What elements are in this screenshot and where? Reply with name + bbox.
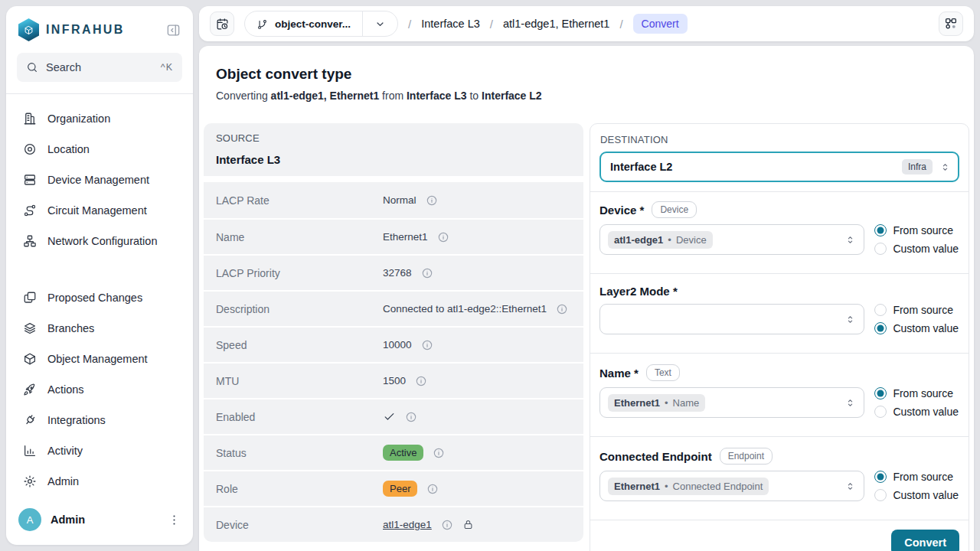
- breadcrumb-interface-l3[interactable]: Interface L3: [421, 18, 480, 30]
- destination-type-select[interactable]: Interface L2 Infra: [599, 152, 959, 182]
- info-icon[interactable]: [415, 375, 427, 387]
- role-badge: Peer: [383, 481, 417, 497]
- sidebar-nav-group-2: Proposed Changes Branches Object Managem…: [17, 282, 182, 497]
- sidebar-item-device-management[interactable]: Device Management: [17, 165, 182, 195]
- page-subtitle: Converting atl1-edge1, Ethernet1 from In…: [216, 90, 974, 102]
- radio-from-source[interactable]: From source: [874, 224, 959, 236]
- field-connected-endpoint: Connected Endpoint Endpoint Ethernet1•Co…: [590, 436, 969, 520]
- sidebar-item-integrations[interactable]: Integrations: [17, 405, 182, 435]
- radio-from-source[interactable]: From source: [874, 471, 959, 483]
- brand-name: INFRAHUB: [46, 23, 159, 37]
- radio-custom-value[interactable]: Custom value: [874, 406, 959, 418]
- name-select[interactable]: Ethernet1•Name: [599, 387, 864, 418]
- selected-value-chip: Ethernet1•Name: [608, 394, 705, 412]
- sidebar-item-object-management[interactable]: Object Management: [17, 344, 182, 374]
- radio-icon: [874, 471, 887, 483]
- sidebar-item-activity[interactable]: Activity: [17, 435, 182, 466]
- field-kind-badge: Text: [646, 364, 680, 381]
- row-value: Ethernet1: [383, 231, 428, 243]
- source-row-speed: Speed 10000: [204, 326, 583, 362]
- device-link[interactable]: atl1-edge1: [383, 519, 432, 530]
- radio-icon: [874, 489, 887, 501]
- field-label: Layer2 Mode *: [599, 285, 678, 298]
- building-icon: [23, 112, 37, 126]
- info-icon[interactable]: [426, 483, 439, 495]
- field-name: Name * Text Ethernet1•Name From source C…: [590, 353, 969, 436]
- radio-icon: [874, 224, 887, 236]
- brand: INFRAHUB: [17, 18, 182, 41]
- field-label: Device *: [599, 204, 644, 217]
- sidebar-item-label: Actions: [47, 383, 84, 396]
- search-input[interactable]: Search ^K: [17, 53, 182, 82]
- device-select[interactable]: atl1-edge1•Device: [599, 224, 864, 255]
- radio-from-source[interactable]: From source: [874, 304, 959, 316]
- radio-custom-value[interactable]: Custom value: [874, 243, 959, 255]
- source-row-enabled: Enabled: [204, 398, 583, 434]
- row-label: Role: [216, 483, 383, 495]
- source-type: Interface L3: [216, 153, 571, 166]
- kebab-menu-icon[interactable]: [168, 514, 181, 527]
- radio-from-source[interactable]: From source: [874, 387, 959, 399]
- sidebar-item-circuit-management[interactable]: Circuit Management: [17, 195, 182, 226]
- subtitle-to-type: Interface L2: [482, 90, 542, 102]
- sidebar-collapse-icon[interactable]: [166, 23, 181, 37]
- layer2-mode-select[interactable]: [599, 304, 864, 334]
- copy-icon: [23, 291, 37, 305]
- info-icon[interactable]: [433, 447, 445, 459]
- infrahub-logo-icon: [18, 18, 39, 41]
- value-mode-radios: From source Custom value: [874, 387, 959, 418]
- sidebar-item-organization[interactable]: Organization: [17, 103, 182, 134]
- breadcrumb-convert[interactable]: Convert: [633, 14, 688, 34]
- branch-dropdown-toggle[interactable]: [363, 11, 397, 36]
- connected-endpoint-select[interactable]: Ethernet1•Connected Endpoint: [599, 471, 864, 501]
- breadcrumb-object[interactable]: atl1-edge1, Ethernet1: [503, 18, 609, 30]
- row-value: 10000: [383, 339, 412, 350]
- field-device: Device * Device atl1-edge1•Device From s…: [590, 191, 969, 273]
- layers-icon: [23, 321, 37, 335]
- page-title: Object convert type: [216, 66, 974, 83]
- gear-icon: [23, 474, 37, 488]
- value-mode-radios: From source Custom value: [874, 471, 959, 501]
- info-icon[interactable]: [421, 267, 433, 279]
- box-icon: [23, 352, 37, 366]
- sidebar-item-network-configuration[interactable]: Network Configuration: [17, 226, 182, 256]
- calendar-clock-icon: [216, 18, 229, 31]
- info-icon[interactable]: [441, 519, 453, 531]
- breadcrumb-separator: /: [490, 18, 493, 31]
- radio-custom-value[interactable]: Custom value: [874, 489, 959, 501]
- info-icon[interactable]: [421, 339, 433, 351]
- time-travel-button[interactable]: [210, 11, 234, 36]
- sidebar: INFRAHUB Search ^K Organization: [6, 6, 193, 545]
- schema-button[interactable]: [939, 11, 963, 36]
- sidebar-header: INFRAHUB Search ^K: [6, 6, 193, 82]
- user-row: A Admin: [6, 497, 193, 545]
- plug-icon: [23, 413, 37, 427]
- row-label: Status: [216, 447, 383, 459]
- search-placeholder: Search: [46, 61, 81, 73]
- sidebar-item-actions[interactable]: Actions: [17, 374, 182, 405]
- info-icon[interactable]: [556, 303, 568, 315]
- topbar: object-conver... / Interface L3 / atl1-e…: [199, 6, 974, 41]
- breadcrumb-separator: /: [619, 18, 622, 31]
- sidebar-item-branches[interactable]: Branches: [17, 313, 182, 344]
- branch-selector[interactable]: object-conver...: [244, 11, 398, 37]
- chevron-down-icon: [374, 18, 386, 30]
- bar-chart-icon: [23, 444, 37, 458]
- info-icon[interactable]: [426, 194, 438, 207]
- convert-button[interactable]: Convert: [891, 530, 959, 551]
- info-icon[interactable]: [405, 411, 417, 423]
- radio-custom-value[interactable]: Custom value: [874, 322, 959, 334]
- sidebar-item-admin[interactable]: Admin: [17, 466, 182, 497]
- field-layer2-mode: Layer2 Mode * From source Custom value: [590, 273, 969, 353]
- info-icon[interactable]: [437, 231, 449, 243]
- git-branch-icon: [256, 18, 268, 30]
- sidebar-item-proposed-changes[interactable]: Proposed Changes: [17, 282, 182, 313]
- source-row-description: Description Connected to atl1-edge2::Eth…: [204, 290, 583, 326]
- sidebar-item-label: Circuit Management: [47, 204, 147, 217]
- source-row-lacp-priority: LACP Priority 32768: [204, 254, 583, 290]
- chevrons-up-down-icon: [844, 234, 856, 246]
- page-header: Object convert type Converting atl1-edge…: [216, 66, 974, 102]
- destination-footer: Convert: [590, 520, 969, 551]
- status-badge: Active: [383, 445, 423, 461]
- sidebar-item-location[interactable]: Location: [17, 134, 182, 165]
